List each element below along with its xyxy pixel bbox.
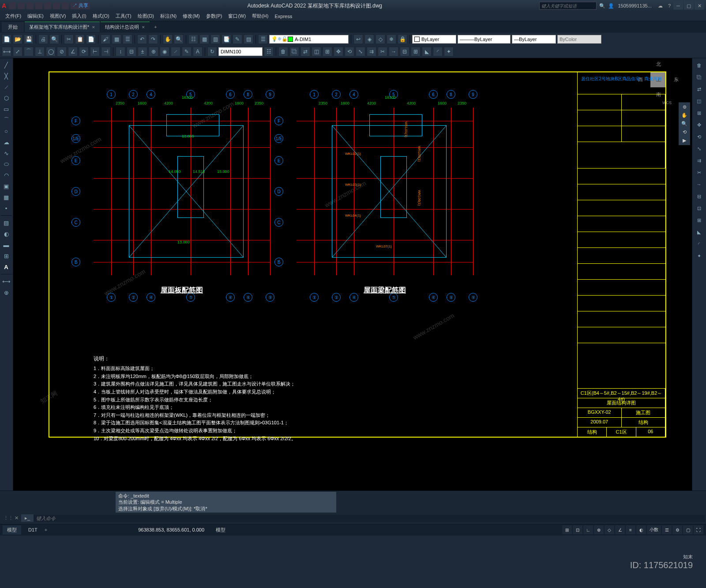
- layer-frz-icon[interactable]: ❄: [387, 34, 396, 44]
- dim-linear-icon[interactable]: ⟷: [2, 47, 11, 56]
- dim-tedit-icon[interactable]: A: [193, 47, 203, 56]
- stretch-icon[interactable]: ⇉: [693, 155, 705, 166]
- start-tab[interactable]: 开始: [2, 22, 24, 32]
- menu-window[interactable]: 窗口(W): [225, 12, 248, 20]
- menu-express[interactable]: Express: [272, 13, 295, 20]
- dimstyle-combo[interactable]: DIMN100: [218, 47, 263, 56]
- layer-icon[interactable]: ☰: [123, 34, 132, 44]
- open-icon[interactable]: 📂: [13, 34, 23, 44]
- xline-icon[interactable]: ╳: [1, 71, 11, 81]
- search-icon[interactable]: 🔍: [599, 3, 605, 9]
- cloud-icon[interactable]: ☁: [658, 3, 663, 9]
- file-tab-2[interactable]: 结构设计总说明✕: [101, 22, 150, 32]
- qat-open-icon[interactable]: [18, 2, 25, 9]
- fillet-icon[interactable]: ◜: [693, 239, 705, 249]
- lineweight-combo[interactable]: — ByLayer: [512, 35, 556, 44]
- menu-draw[interactable]: 绘图(D): [135, 12, 157, 20]
- distance-icon[interactable]: ⟷: [1, 277, 11, 286]
- layer-combo[interactable]: 💡❄🔓A-DIM1: [269, 35, 349, 44]
- command-input[interactable]: [34, 515, 705, 522]
- revcloud-icon[interactable]: ☁: [1, 137, 11, 147]
- array-icon[interactable]: ⊞: [323, 47, 332, 56]
- layer-manager-icon[interactable]: ☰: [258, 34, 268, 44]
- menu-edit[interactable]: 编辑(E): [25, 12, 46, 20]
- spline-icon[interactable]: ∿: [1, 148, 11, 158]
- stretch-icon[interactable]: ⇉: [367, 47, 376, 56]
- markup-icon[interactable]: ✎: [233, 34, 242, 44]
- menu-parametric[interactable]: 参数(P): [203, 12, 225, 20]
- extend-icon[interactable]: →: [389, 47, 398, 56]
- linetype-combo[interactable]: ——— ByLayer: [458, 35, 511, 44]
- rotate-icon[interactable]: ⟲: [345, 47, 354, 56]
- dimstyle-icon[interactable]: ☷: [264, 47, 274, 56]
- add-tab-button[interactable]: +: [150, 24, 160, 30]
- move-icon[interactable]: ✥: [693, 120, 705, 130]
- otrack-icon[interactable]: ∠: [615, 525, 625, 534]
- redo-icon[interactable]: ↷: [148, 34, 158, 44]
- rectangle-icon[interactable]: ▭: [1, 104, 11, 114]
- pan-icon[interactable]: ✋: [681, 112, 687, 118]
- scale-icon[interactable]: ⤡: [693, 143, 705, 154]
- help-icon[interactable]: ?: [668, 3, 671, 8]
- dim-dia-icon[interactable]: ⊘: [57, 47, 67, 56]
- ortho-icon[interactable]: ∟: [583, 525, 593, 534]
- trim-icon[interactable]: ✂: [378, 47, 387, 56]
- line-icon[interactable]: ╱: [1, 60, 11, 70]
- preview-icon[interactable]: 🔍: [49, 34, 59, 44]
- menu-format[interactable]: 格式(O): [90, 12, 112, 20]
- ellipse-arc-icon[interactable]: ◠: [1, 170, 11, 180]
- dim-arc-icon[interactable]: ⌒: [24, 47, 34, 56]
- break-icon[interactable]: ⊟: [400, 47, 409, 56]
- region-icon[interactable]: ▬: [1, 240, 11, 250]
- qat-plot-icon[interactable]: [44, 2, 51, 9]
- qat-save-icon[interactable]: [26, 2, 34, 9]
- arc-icon[interactable]: ⌒: [1, 115, 11, 125]
- calc-icon[interactable]: ▤: [244, 34, 253, 44]
- layout-tab[interactable]: D1T: [24, 526, 42, 534]
- mtext-icon[interactable]: A: [1, 262, 11, 272]
- units-label[interactable]: 小数: [647, 525, 661, 534]
- erase-icon[interactable]: 🗑: [693, 60, 705, 71]
- chamfer-icon[interactable]: ◣: [693, 227, 705, 237]
- match-icon[interactable]: 🖌: [101, 34, 110, 44]
- maximize-button[interactable]: ▢: [684, 2, 694, 10]
- layer-prev-icon[interactable]: ↩: [353, 34, 363, 44]
- dim-jog-icon[interactable]: ⟋: [171, 47, 180, 56]
- pline-icon[interactable]: ⟋: [1, 82, 11, 92]
- offset-icon[interactable]: ◫: [312, 47, 321, 56]
- qat-undo-icon[interactable]: [53, 2, 60, 9]
- insert-icon[interactable]: ▣: [1, 181, 11, 191]
- fillet-icon[interactable]: ◜: [433, 47, 443, 56]
- gradient-icon[interactable]: ◐: [1, 229, 11, 239]
- osnap-icon[interactable]: ◇: [605, 525, 614, 534]
- menu-dimension[interactable]: 标注(N): [158, 12, 179, 20]
- menu-file[interactable]: 文件(F): [3, 12, 24, 20]
- polar-icon[interactable]: ⊕: [594, 525, 604, 534]
- pan-icon[interactable]: ✋: [163, 34, 173, 44]
- move-icon[interactable]: ✥: [334, 47, 343, 56]
- command-line[interactable]: ⋮⋮ ✕ ▸_: [1, 513, 705, 523]
- add-sel-icon[interactable]: ⊕: [1, 288, 11, 297]
- offset-icon[interactable]: ◫: [693, 96, 705, 106]
- fullnav-icon[interactable]: ⊚: [683, 104, 687, 110]
- close-icon[interactable]: ✕: [92, 25, 95, 30]
- copy-icon[interactable]: 📋: [75, 34, 85, 44]
- dim-ang-icon[interactable]: ∠: [68, 47, 78, 56]
- zoom-icon[interactable]: 🔍: [174, 34, 184, 44]
- break-icon[interactable]: ⊡: [693, 203, 705, 213]
- dim-aligned-icon[interactable]: ⤢: [13, 47, 23, 56]
- qat-saveas-icon[interactable]: [35, 2, 42, 9]
- showmotion-icon[interactable]: ▶: [683, 138, 686, 143]
- dim-quick-icon[interactable]: ⟳: [79, 47, 89, 56]
- dim-ord-icon[interactable]: ⊥: [35, 47, 45, 56]
- explode-icon[interactable]: ✦: [693, 251, 705, 261]
- copy-icon[interactable]: ⿻: [693, 72, 705, 82]
- new-icon[interactable]: 📄: [2, 34, 11, 44]
- dim-edit-icon[interactable]: ✎: [182, 47, 192, 56]
- transp-icon[interactable]: ◐: [636, 525, 646, 534]
- explode-icon[interactable]: ✦: [444, 47, 454, 56]
- qat-new-icon[interactable]: [9, 2, 16, 9]
- zoom-ext-icon[interactable]: 🔍: [681, 121, 687, 127]
- grid-icon[interactable]: ⊞: [562, 525, 572, 534]
- lwt-icon[interactable]: ≡: [626, 525, 635, 534]
